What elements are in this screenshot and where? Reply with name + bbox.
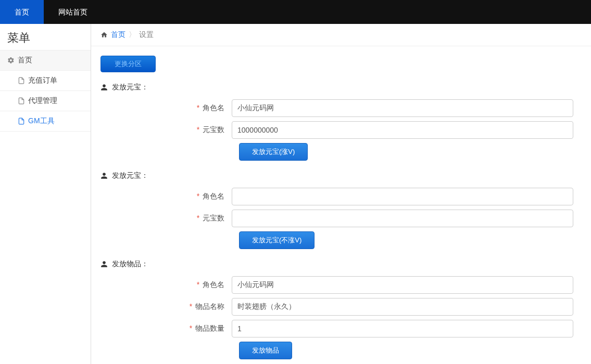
- content: 更换分区 发放元宝： * 角色名 * 元宝数 发放元宝(涨V): [91, 46, 591, 364]
- user-icon: [100, 84, 108, 91]
- input-item-qty[interactable]: [232, 320, 573, 337]
- sidebar-parent-home[interactable]: 首页: [0, 50, 91, 71]
- home-icon: [100, 31, 108, 38]
- nav-tab-home[interactable]: 首页: [0, 0, 44, 24]
- sidebar-item-label: 充值订单: [28, 76, 57, 85]
- input-gold-amount-2[interactable]: [232, 210, 573, 227]
- top-nav: 首页 网站首页: [0, 0, 591, 24]
- section-gold-v: 发放元宝： * 角色名 * 元宝数 发放元宝(涨V): [100, 83, 582, 161]
- nav-tab-site-home[interactable]: 网站首页: [44, 0, 102, 24]
- submit-gold-nov-button[interactable]: 发放元宝(不涨V): [239, 231, 315, 249]
- sidebar-item-gmtools[interactable]: GM工具: [0, 111, 91, 132]
- breadcrumb-current: 设置: [139, 30, 154, 40]
- sidebar: 菜单 首页 充值订单 代理管理 GM工具: [0, 24, 91, 364]
- input-item-name[interactable]: [232, 298, 573, 316]
- change-region-button[interactable]: 更换分区: [100, 56, 156, 72]
- breadcrumb: 首页 〉 设置: [91, 24, 591, 46]
- section-title: 发放物品：: [100, 259, 582, 269]
- file-icon: [18, 118, 25, 125]
- sidebar-item-recharge[interactable]: 充值订单: [0, 71, 91, 91]
- label-item-name: * 物品名称: [100, 302, 232, 311]
- label-amount: * 元宝数: [100, 125, 232, 135]
- submit-gold-v-button[interactable]: 发放元宝(涨V): [239, 143, 308, 161]
- input-role-name[interactable]: [232, 99, 573, 117]
- input-role-name-2[interactable]: [232, 188, 573, 205]
- label-role: * 角色名: [100, 280, 232, 290]
- label-item-qty: * 物品数量: [100, 324, 232, 333]
- user-icon: [100, 172, 108, 179]
- breadcrumb-home-link[interactable]: 首页: [111, 30, 125, 40]
- breadcrumb-separator: 〉: [129, 30, 136, 40]
- section-item: 发放物品： * 角色名 * 物品名称 * 物品数量 发放物品: [100, 259, 582, 359]
- section-title: 发放元宝：: [100, 83, 582, 92]
- label-amount: * 元宝数: [100, 214, 232, 223]
- section-title: 发放元宝：: [100, 171, 582, 180]
- input-gold-amount[interactable]: [232, 121, 573, 139]
- sidebar-item-label: GM工具: [28, 116, 55, 126]
- section-title-text: 发放元宝：: [112, 171, 148, 180]
- label-role: * 角色名: [100, 103, 232, 113]
- section-title-text: 发放物品：: [112, 259, 148, 269]
- user-icon: [100, 261, 108, 268]
- section-title-text: 发放元宝：: [112, 83, 148, 92]
- sidebar-item-agent[interactable]: 代理管理: [0, 91, 91, 111]
- sidebar-item-label: 代理管理: [28, 96, 57, 106]
- main: 首页 〉 设置 更换分区 发放元宝： * 角色名 * 元宝数: [91, 24, 591, 364]
- submit-item-button[interactable]: 发放物品: [239, 342, 292, 359]
- input-role-name-3[interactable]: [232, 276, 573, 294]
- file-icon: [18, 97, 25, 105]
- gear-icon: [7, 57, 15, 64]
- section-gold-nov: 发放元宝： * 角色名 * 元宝数 发放元宝(不涨V): [100, 171, 582, 249]
- sidebar-title: 菜单: [0, 24, 91, 50]
- label-role: * 角色名: [100, 192, 232, 201]
- file-icon: [18, 77, 25, 84]
- sidebar-parent-label: 首页: [18, 56, 32, 65]
